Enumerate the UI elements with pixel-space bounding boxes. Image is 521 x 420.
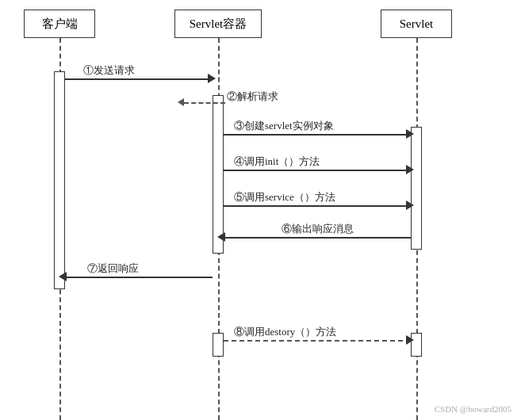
arrow-parse-request-head [178, 98, 184, 106]
actor-client: 客户端 [24, 10, 95, 38]
actor-servlet-container: Servlet容器 [174, 10, 262, 38]
arrow-return-line [65, 277, 213, 278]
arrow-service-head [406, 200, 414, 210]
watermark: CSDN @howard2005 [435, 404, 511, 414]
arrow-send-request-head [208, 74, 216, 83]
arrow-destroy-head [406, 335, 414, 345]
arrow-destroy-line [224, 340, 411, 342]
arrow-output-label: ⑥输出响应消息 [282, 222, 354, 236]
arrow-return-head [59, 272, 67, 281]
arrow-create-instance-head [406, 129, 414, 139]
activation-servlet-1 [411, 127, 422, 250]
arrow-create-instance-label: ③创建servlet实例对象 [234, 119, 334, 133]
arrow-return-label: ⑦返回响应 [87, 262, 139, 276]
arrow-parse-request-label: ②解析请求 [227, 90, 278, 104]
arrow-output-line [224, 237, 411, 239]
arrow-send-request-line [65, 78, 213, 80]
arrow-output-head [217, 232, 225, 242]
arrow-parse-request-line [184, 102, 225, 104]
actor-client-label: 客户端 [42, 17, 78, 32]
arrow-service-line [224, 205, 411, 207]
arrow-init-head [406, 165, 414, 174]
arrow-init-line [224, 170, 411, 171]
sequence-diagram: 客户端 Servlet容器 Servlet ①发送请求 ②解析请求 ③创建ser… [0, 0, 521, 420]
actor-servlet: Servlet [381, 10, 452, 38]
actor-container-label: Servlet容器 [190, 17, 247, 32]
arrow-create-instance-line [224, 134, 411, 136]
arrow-destroy-label: ⑧调用destory（）方法 [234, 325, 336, 339]
activation-container-1 [213, 95, 224, 254]
arrow-service-label: ⑤调用service（）方法 [234, 190, 335, 204]
activation-client [54, 71, 65, 289]
arrow-init-label: ④调用init（）方法 [234, 155, 320, 169]
actor-servlet-label: Servlet [400, 17, 434, 31]
arrow-send-request-label: ①发送请求 [83, 63, 135, 78]
activation-container-2 [213, 333, 224, 357]
